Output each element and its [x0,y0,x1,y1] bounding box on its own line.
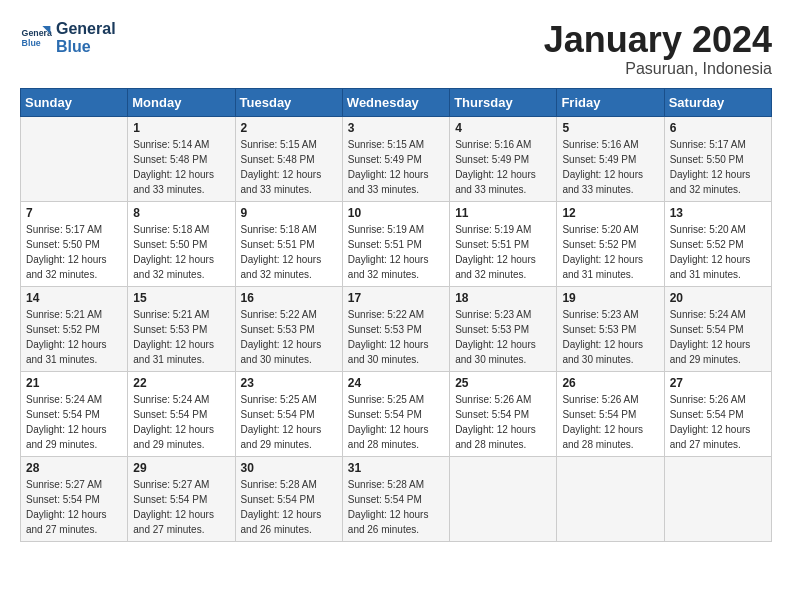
day-info: Sunrise: 5:18 AM Sunset: 5:51 PM Dayligh… [241,222,337,282]
day-number: 20 [670,291,766,305]
day-info: Sunrise: 5:21 AM Sunset: 5:53 PM Dayligh… [133,307,229,367]
day-info: Sunrise: 5:17 AM Sunset: 5:50 PM Dayligh… [26,222,122,282]
day-info: Sunrise: 5:16 AM Sunset: 5:49 PM Dayligh… [455,137,551,197]
day-number: 30 [241,461,337,475]
calendar-cell: 29Sunrise: 5:27 AM Sunset: 5:54 PM Dayli… [128,456,235,541]
calendar-cell [450,456,557,541]
week-row-1: 1Sunrise: 5:14 AM Sunset: 5:48 PM Daylig… [21,116,772,201]
calendar-cell: 20Sunrise: 5:24 AM Sunset: 5:54 PM Dayli… [664,286,771,371]
day-info: Sunrise: 5:21 AM Sunset: 5:52 PM Dayligh… [26,307,122,367]
calendar-cell: 11Sunrise: 5:19 AM Sunset: 5:51 PM Dayli… [450,201,557,286]
day-number: 19 [562,291,658,305]
calendar-table: SundayMondayTuesdayWednesdayThursdayFrid… [20,88,772,542]
week-row-5: 28Sunrise: 5:27 AM Sunset: 5:54 PM Dayli… [21,456,772,541]
calendar-cell [664,456,771,541]
day-info: Sunrise: 5:28 AM Sunset: 5:54 PM Dayligh… [348,477,444,537]
day-info: Sunrise: 5:17 AM Sunset: 5:50 PM Dayligh… [670,137,766,197]
calendar-cell: 27Sunrise: 5:26 AM Sunset: 5:54 PM Dayli… [664,371,771,456]
day-number: 13 [670,206,766,220]
day-number: 22 [133,376,229,390]
calendar-cell: 7Sunrise: 5:17 AM Sunset: 5:50 PM Daylig… [21,201,128,286]
calendar-cell: 21Sunrise: 5:24 AM Sunset: 5:54 PM Dayli… [21,371,128,456]
day-header-friday: Friday [557,88,664,116]
day-number: 24 [348,376,444,390]
calendar-cell: 6Sunrise: 5:17 AM Sunset: 5:50 PM Daylig… [664,116,771,201]
day-header-monday: Monday [128,88,235,116]
calendar-cell: 8Sunrise: 5:18 AM Sunset: 5:50 PM Daylig… [128,201,235,286]
day-number: 5 [562,121,658,135]
day-info: Sunrise: 5:23 AM Sunset: 5:53 PM Dayligh… [455,307,551,367]
calendar-cell [557,456,664,541]
day-header-wednesday: Wednesday [342,88,449,116]
day-number: 16 [241,291,337,305]
day-info: Sunrise: 5:26 AM Sunset: 5:54 PM Dayligh… [562,392,658,452]
calendar-cell: 5Sunrise: 5:16 AM Sunset: 5:49 PM Daylig… [557,116,664,201]
day-info: Sunrise: 5:20 AM Sunset: 5:52 PM Dayligh… [670,222,766,282]
day-info: Sunrise: 5:27 AM Sunset: 5:54 PM Dayligh… [26,477,122,537]
day-number: 14 [26,291,122,305]
day-info: Sunrise: 5:15 AM Sunset: 5:48 PM Dayligh… [241,137,337,197]
calendar-cell [21,116,128,201]
day-number: 8 [133,206,229,220]
day-info: Sunrise: 5:22 AM Sunset: 5:53 PM Dayligh… [241,307,337,367]
week-row-3: 14Sunrise: 5:21 AM Sunset: 5:52 PM Dayli… [21,286,772,371]
week-row-4: 21Sunrise: 5:24 AM Sunset: 5:54 PM Dayli… [21,371,772,456]
day-info: Sunrise: 5:24 AM Sunset: 5:54 PM Dayligh… [133,392,229,452]
day-number: 4 [455,121,551,135]
day-info: Sunrise: 5:18 AM Sunset: 5:50 PM Dayligh… [133,222,229,282]
day-info: Sunrise: 5:26 AM Sunset: 5:54 PM Dayligh… [455,392,551,452]
day-info: Sunrise: 5:24 AM Sunset: 5:54 PM Dayligh… [670,307,766,367]
day-info: Sunrise: 5:23 AM Sunset: 5:53 PM Dayligh… [562,307,658,367]
day-info: Sunrise: 5:28 AM Sunset: 5:54 PM Dayligh… [241,477,337,537]
day-number: 21 [26,376,122,390]
month-title: January 2024 [544,20,772,60]
page-header: General Blue General Blue January 2024 P… [20,20,772,78]
calendar-cell: 31Sunrise: 5:28 AM Sunset: 5:54 PM Dayli… [342,456,449,541]
day-number: 6 [670,121,766,135]
day-number: 27 [670,376,766,390]
day-number: 18 [455,291,551,305]
calendar-cell: 24Sunrise: 5:25 AM Sunset: 5:54 PM Dayli… [342,371,449,456]
day-header-saturday: Saturday [664,88,771,116]
day-info: Sunrise: 5:24 AM Sunset: 5:54 PM Dayligh… [26,392,122,452]
calendar-cell: 4Sunrise: 5:16 AM Sunset: 5:49 PM Daylig… [450,116,557,201]
day-number: 25 [455,376,551,390]
logo-icon: General Blue [20,22,52,54]
calendar-cell: 3Sunrise: 5:15 AM Sunset: 5:49 PM Daylig… [342,116,449,201]
calendar-cell: 19Sunrise: 5:23 AM Sunset: 5:53 PM Dayli… [557,286,664,371]
header-row: SundayMondayTuesdayWednesdayThursdayFrid… [21,88,772,116]
calendar-cell: 2Sunrise: 5:15 AM Sunset: 5:48 PM Daylig… [235,116,342,201]
calendar-cell: 1Sunrise: 5:14 AM Sunset: 5:48 PM Daylig… [128,116,235,201]
calendar-cell: 17Sunrise: 5:22 AM Sunset: 5:53 PM Dayli… [342,286,449,371]
day-number: 7 [26,206,122,220]
day-info: Sunrise: 5:15 AM Sunset: 5:49 PM Dayligh… [348,137,444,197]
day-info: Sunrise: 5:26 AM Sunset: 5:54 PM Dayligh… [670,392,766,452]
day-header-tuesday: Tuesday [235,88,342,116]
day-number: 12 [562,206,658,220]
calendar-cell: 9Sunrise: 5:18 AM Sunset: 5:51 PM Daylig… [235,201,342,286]
calendar-cell: 16Sunrise: 5:22 AM Sunset: 5:53 PM Dayli… [235,286,342,371]
day-number: 3 [348,121,444,135]
day-number: 2 [241,121,337,135]
location-subtitle: Pasuruan, Indonesia [544,60,772,78]
day-number: 1 [133,121,229,135]
day-info: Sunrise: 5:19 AM Sunset: 5:51 PM Dayligh… [348,222,444,282]
svg-text:Blue: Blue [22,38,41,48]
calendar-cell: 15Sunrise: 5:21 AM Sunset: 5:53 PM Dayli… [128,286,235,371]
calendar-cell: 18Sunrise: 5:23 AM Sunset: 5:53 PM Dayli… [450,286,557,371]
calendar-cell: 26Sunrise: 5:26 AM Sunset: 5:54 PM Dayli… [557,371,664,456]
calendar-cell: 25Sunrise: 5:26 AM Sunset: 5:54 PM Dayli… [450,371,557,456]
day-number: 31 [348,461,444,475]
calendar-cell: 10Sunrise: 5:19 AM Sunset: 5:51 PM Dayli… [342,201,449,286]
day-number: 9 [241,206,337,220]
day-number: 29 [133,461,229,475]
day-number: 15 [133,291,229,305]
day-info: Sunrise: 5:22 AM Sunset: 5:53 PM Dayligh… [348,307,444,367]
calendar-cell: 12Sunrise: 5:20 AM Sunset: 5:52 PM Dayli… [557,201,664,286]
calendar-cell: 30Sunrise: 5:28 AM Sunset: 5:54 PM Dayli… [235,456,342,541]
calendar-cell: 22Sunrise: 5:24 AM Sunset: 5:54 PM Dayli… [128,371,235,456]
day-number: 11 [455,206,551,220]
title-block: January 2024 Pasuruan, Indonesia [544,20,772,78]
day-info: Sunrise: 5:14 AM Sunset: 5:48 PM Dayligh… [133,137,229,197]
day-number: 26 [562,376,658,390]
